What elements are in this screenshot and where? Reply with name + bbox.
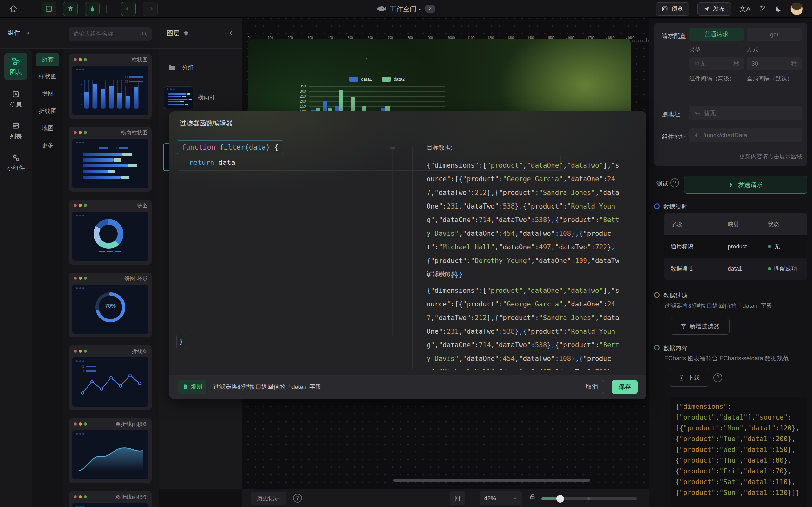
sidebar-item-charts[interactable]: 图表: [4, 53, 27, 80]
chart-legend: data1data2: [309, 77, 445, 82]
category-sidebar: 图表 信息 列表 小组件: [0, 49, 32, 507]
component-url-input[interactable]: /mock/chartData: [689, 128, 802, 142]
subcat-map[interactable]: 地图: [36, 122, 59, 135]
chart-mode-button[interactable]: [42, 2, 56, 16]
filter-step-dot: [654, 292, 660, 298]
component-card-area[interactable]: 单折线面积图: [69, 418, 152, 483]
funnel-icon: [681, 324, 687, 329]
component-card-bar[interactable]: 柱状图: [69, 54, 152, 119]
subcat-pie[interactable]: 饼图: [36, 87, 59, 101]
subcat-more[interactable]: 更多: [36, 139, 59, 152]
gridline: [309, 96, 445, 97]
code-function-signature[interactable]: function filter(data) {: [177, 140, 283, 154]
mapping-row: 通用标识 product 无: [664, 235, 807, 258]
toolbar-divider: [106, 5, 107, 13]
language-icon[interactable]: 文A: [740, 4, 751, 13]
save-button[interactable]: 保存: [612, 380, 638, 394]
workspace-title-group: 工作空间 - 2: [376, 0, 436, 18]
legend-label: data2: [394, 77, 405, 82]
legend-item[interactable]: data2: [382, 77, 405, 82]
component-card-double-area[interactable]: 双折线面积图: [69, 491, 152, 507]
cancel-button[interactable]: 取消: [580, 380, 604, 394]
gridline: [309, 86, 445, 87]
chevron-down-icon: [513, 496, 518, 501]
undo-button[interactable]: [121, 2, 136, 16]
filter-mode-button[interactable]: [85, 2, 100, 16]
request-config-label: 请求配置: [662, 32, 686, 40]
editor-scrollbar-track[interactable]: [392, 149, 393, 337]
code-return-line[interactable]: return data: [189, 158, 236, 166]
data-content-json[interactable]: {"dimensions": ["product","data1"],"sour…: [670, 397, 807, 507]
send-icon: [704, 6, 710, 12]
y-axis-tick: 350: [295, 84, 306, 89]
layer-group-item[interactable]: 分组: [164, 60, 237, 75]
component-card-pie[interactable]: 饼图: [69, 200, 152, 265]
info-text-icon: [12, 90, 20, 98]
mapping-step-dot: [654, 204, 660, 209]
home-icon[interactable]: [9, 5, 18, 13]
component-card-line[interactable]: 折线图: [69, 345, 152, 410]
legend-item[interactable]: data1: [349, 77, 372, 82]
request-method-value[interactable]: get: [747, 28, 802, 41]
legend-label: data1: [361, 77, 372, 82]
help-icon[interactable]: ?: [293, 494, 302, 503]
horizontal-scrollbar[interactable]: [393, 479, 590, 482]
components-panel-header: 组件 请输入组件名称: [0, 18, 159, 49]
subcat-line[interactable]: 折线图: [36, 105, 59, 118]
y-axis-tick: 300: [295, 89, 306, 94]
sidebar-item-table[interactable]: 列表: [4, 118, 27, 145]
test-label: 测试: [656, 180, 668, 188]
subcat-all[interactable]: 所有: [36, 53, 59, 66]
bar-chart-icon: [45, 5, 52, 12]
component-card-ring[interactable]: 饼图-环形 70%: [69, 273, 152, 337]
download-help-icon[interactable]: ?: [713, 373, 722, 382]
layers-panel-title: 图层: [167, 29, 189, 38]
redo-button[interactable]: [143, 2, 158, 16]
search-input[interactable]: 请输入组件名称: [69, 27, 152, 41]
data-content-subtitle: ECharts 图表需符合 ECharts-setdata 数据规范: [664, 354, 789, 362]
add-filter-button[interactable]: 新增过滤器: [670, 318, 729, 335]
pulse-icon: [694, 110, 700, 116]
data-mapping-title: 数据映射: [663, 203, 687, 211]
layer-item-hbar[interactable]: 横向柱...: [164, 84, 237, 111]
gridline: [309, 101, 445, 102]
source-url-input[interactable]: 暂无: [689, 106, 802, 120]
component-card-hbar[interactable]: 横向柱状图: [69, 127, 152, 192]
subcat-bar[interactable]: 柱状图: [36, 70, 59, 83]
layers-icon: [183, 31, 189, 37]
component-interval-label: 组件间隔（高级）: [689, 75, 735, 82]
workspace-title[interactable]: 工作空间 -: [390, 5, 421, 13]
zoom-level-select[interactable]: 42%: [479, 492, 522, 505]
global-interval-input[interactable]: 30秒: [747, 57, 802, 70]
component-interval-input[interactable]: 暂无秒: [689, 57, 744, 70]
zoom-slider[interactable]: [542, 498, 637, 500]
preview-button[interactable]: 预览: [656, 2, 689, 15]
droplet-icon: [89, 5, 96, 12]
mapping-table-header: 字段 映射 状态: [664, 213, 807, 235]
folder-icon: [168, 64, 176, 72]
send-request-button[interactable]: 发送请求: [684, 176, 807, 193]
top-bar: 工作空间 - 2 预览 发布 文A: [0, 0, 812, 18]
unlock-icon[interactable]: [529, 493, 536, 500]
lightning-icon: [728, 182, 734, 187]
request-type-value[interactable]: 普通请求: [689, 28, 744, 41]
editor-scrollbar-thumb[interactable]: [390, 147, 395, 149]
sidebar-item-widgets[interactable]: 小组件: [4, 150, 27, 176]
layers-mode-button[interactable]: [63, 2, 78, 16]
lightning-icon: [694, 132, 699, 138]
publish-button[interactable]: 发布: [698, 2, 731, 15]
magic-wand-icon[interactable]: [759, 5, 766, 13]
bar-chart-icon: [23, 30, 30, 36]
test-help-icon[interactable]: ?: [670, 178, 679, 187]
avatar[interactable]: [791, 3, 803, 15]
collapse-panel-icon[interactable]: [229, 30, 235, 36]
download-button[interactable]: 下载: [670, 369, 708, 387]
chart-category-icon: [11, 57, 20, 66]
sidebar-item-info[interactable]: 信息: [4, 86, 27, 113]
dark-mode-icon[interactable]: [774, 5, 782, 13]
panel-layout-button[interactable]: [450, 492, 465, 505]
target-data-label: 目标数据:: [426, 144, 452, 152]
method-label: 方式: [747, 46, 758, 53]
slider-thumb[interactable]: [556, 495, 564, 503]
history-button[interactable]: 历史记录: [251, 492, 286, 505]
